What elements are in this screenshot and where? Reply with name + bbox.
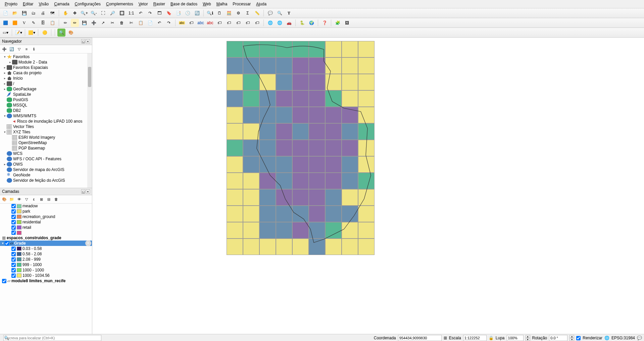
layer-row[interactable]: 1000 - 1000 (0, 267, 92, 273)
layer-checkbox[interactable] (5, 241, 9, 246)
pan-icon[interactable]: ✋ (61, 9, 69, 17)
cut-icon[interactable]: ✄ (127, 19, 135, 27)
new-map-icon[interactable]: 🗔 (155, 9, 163, 17)
edit-pencil-icon[interactable]: ✏ (61, 19, 69, 27)
annotation-icon[interactable]: 🔍 (276, 9, 284, 17)
select-expr-icon[interactable]: 📝▾ (14, 29, 22, 37)
layer-row[interactable]: 999 - 1000 (0, 262, 92, 267)
epsg-label[interactable]: EPSG:31984 (611, 336, 635, 340)
layer-checkbox[interactable] (2, 279, 6, 283)
browser-item[interactable]: ▾Favoritos (1, 54, 91, 59)
label-move-icon[interactable]: 🏷 (215, 19, 224, 27)
browser-item[interactable]: ESRI World Imagery (1, 135, 91, 140)
layer-checkbox[interactable] (11, 220, 16, 224)
layer-row[interactable]: meadow (0, 204, 92, 209)
zoom-layer-icon[interactable]: 🔲 (118, 9, 126, 17)
browser-item[interactable]: ▸Início (1, 76, 91, 81)
browser-item[interactable]: PGP Basemap (1, 145, 91, 151)
label-abc-icon[interactable]: abc (178, 19, 186, 27)
layer-checkbox[interactable] (11, 225, 16, 230)
label-rotate-icon[interactable]: 🏷 (225, 19, 233, 27)
browser-item[interactable]: WCS (1, 151, 91, 156)
scale-lock-icon[interactable]: 🔒 (489, 336, 494, 340)
layer-checkbox[interactable] (11, 230, 16, 235)
browser-item[interactable]: Servidor de feição do ArcGIS (1, 178, 91, 183)
browser-refresh-icon[interactable]: 🔄 (9, 46, 15, 52)
edit-toggle-icon[interactable]: ✏ (71, 19, 79, 27)
browser-item[interactable]: OpenStreetMap (1, 140, 91, 145)
menu-camada[interactable]: Camada (51, 1, 72, 7)
new-shp-icon[interactable]: V (20, 19, 28, 27)
browser-item[interactable]: ▸OWS (1, 162, 91, 167)
layers-style-icon[interactable]: 🎨 (1, 196, 7, 202)
layer-row[interactable]: 2.08 - 999 (0, 257, 92, 262)
redo-icon[interactable]: ↷ (165, 19, 173, 27)
web-icon[interactable]: 🌍 (307, 19, 315, 27)
identify-icon[interactable]: 🔍ℹ (206, 9, 214, 17)
pan-selection-icon[interactable]: ✥ (71, 9, 79, 17)
lupa-down[interactable]: ▼ (526, 338, 530, 341)
label-pin-icon[interactable]: abc (206, 19, 214, 27)
crs-icon[interactable]: 🌐 (604, 336, 609, 340)
select-all-icon[interactable]: 🟡 (41, 29, 49, 37)
layers-expr-icon[interactable]: ε (31, 196, 37, 202)
browser-item[interactable]: MSSQL (1, 102, 91, 108)
layer-checkbox[interactable] (11, 209, 16, 214)
zoom-full-icon[interactable]: ⛶ (99, 9, 107, 17)
new-virtual-icon[interactable]: 📋 (48, 19, 56, 27)
layer-styling-icon[interactable]: 🎨 (67, 29, 75, 37)
layer-checkbox[interactable] (11, 263, 16, 267)
new-spatialite-icon[interactable]: 🗄 (39, 19, 47, 27)
layout-manager-icon[interactable]: 🗺 (48, 9, 56, 17)
browser-item[interactable]: ▸GeoPackage (1, 86, 91, 92)
node-tool-icon[interactable]: ✂ (108, 19, 116, 27)
zoom-last-icon[interactable]: ↶ (137, 9, 145, 17)
browser-props-icon[interactable]: ℹ (31, 46, 37, 52)
add-feature-icon[interactable]: ➕ (90, 19, 98, 27)
browser-item[interactable]: ▸Module 2 - Data (1, 59, 91, 65)
browser-item[interactable]: SpatiaLite (1, 92, 91, 97)
layout-icon[interactable]: 🖨 (39, 9, 47, 17)
field-calc-icon[interactable]: 🧮 (225, 9, 233, 17)
browser-item[interactable]: ▸Favoritos Espaciais (1, 65, 91, 70)
layers-filter-icon[interactable]: ▽ (23, 196, 30, 202)
browser-collapse-icon[interactable]: ≡ (23, 46, 30, 52)
browser-add-icon[interactable]: ➕ (1, 46, 7, 52)
plugin1-icon[interactable]: 🧩 (334, 19, 342, 27)
temporal-icon[interactable]: 🕓 (184, 9, 192, 17)
undo-icon[interactable]: ↶ (155, 19, 163, 27)
save-edits-icon[interactable]: 💾 (80, 19, 88, 27)
layer-checkbox[interactable] (11, 268, 16, 272)
osm-place-icon[interactable]: 🌐 (266, 19, 274, 27)
menu-projeto[interactable]: Projeto (2, 1, 20, 7)
select-rect-icon[interactable]: ▭▾ (1, 29, 9, 37)
menu-raster[interactable]: Raster (151, 1, 168, 7)
menu-configurações[interactable]: Configurações (72, 1, 103, 7)
browser-item[interactable]: ▾XYZ Tiles (1, 129, 91, 135)
add-raster-icon[interactable]: 🟧 (11, 19, 19, 27)
zoom-next-icon[interactable]: ↷ (146, 9, 154, 17)
label-change-icon[interactable]: 🏷 (234, 19, 242, 27)
label-tool-icon[interactable]: 🏷 (187, 19, 195, 27)
refresh-icon[interactable]: 🔄 (193, 9, 201, 17)
osm-download-icon[interactable]: 🌐 (276, 19, 284, 27)
new-project-icon[interactable]: 📄 (1, 9, 9, 17)
add-vector-icon[interactable]: 🟦 (1, 19, 9, 27)
map-canvas[interactable] (92, 38, 644, 334)
extents-icon[interactable]: ⊞ (444, 336, 447, 340)
layer-checkbox[interactable] (11, 215, 16, 219)
zoom-in-icon[interactable]: 🔍+ (80, 9, 88, 17)
zoom-out-icon[interactable]: 🔍- (90, 9, 98, 17)
sigma-icon[interactable]: Σ (244, 9, 252, 17)
browser-filter-icon[interactable]: ▽ (16, 46, 22, 52)
browser-item[interactable]: WFS / OGC API - Features (1, 156, 91, 162)
layer-indicator-icon[interactable]: ≡ (85, 240, 91, 246)
menu-ajuda[interactable]: Ajuda (253, 1, 269, 7)
browser-item[interactable]: ▸/ (1, 81, 91, 86)
layers-add-group-icon[interactable]: 📁 (9, 196, 15, 202)
menu-processar[interactable]: Processar (230, 1, 253, 7)
layer-row[interactable]: ▦espacos_construidos_grade (0, 235, 92, 241)
help-icon[interactable]: ❓ (320, 19, 329, 27)
browser-item[interactable]: ❄GeoNode (1, 172, 91, 178)
layer-row[interactable]: recreation_ground (0, 214, 92, 219)
